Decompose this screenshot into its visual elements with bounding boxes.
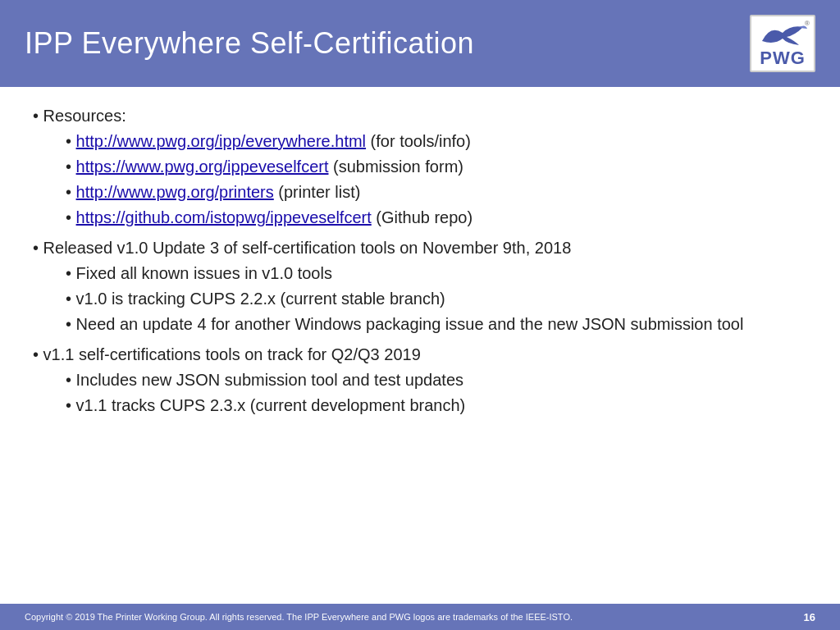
footer-copyright: Copyright © 2019 The Printer Working Gro…: [25, 612, 573, 622]
main-bullet-list: Resources: http://www.pwg.org/ipp/everyw…: [33, 103, 807, 418]
link-2[interactable]: https://www.pwg.org/ippeveselfcert: [76, 158, 329, 176]
resources-item: Resources: http://www.pwg.org/ipp/everyw…: [33, 103, 807, 231]
footer-page-number: 16: [804, 611, 815, 623]
link-item-2: https://www.pwg.org/ippeveselfcert (subm…: [66, 154, 807, 180]
released-sub-3: Need an update 4 for another Windows pac…: [66, 312, 807, 337]
released-item: Released v1.0 Update 3 of self-certifica…: [33, 235, 807, 337]
released-sub-1: Fixed all known issues in v1.0 tools: [66, 261, 807, 286]
link-1[interactable]: http://www.pwg.org/ipp/everywhere.html: [76, 132, 367, 150]
slide-content: Resources: http://www.pwg.org/ipp/everyw…: [0, 87, 840, 604]
pwg-logo: ® PWG: [750, 15, 815, 72]
logo-text: PWG: [760, 49, 806, 67]
released-sub-list: Fixed all known issues in v1.0 tools v1.…: [66, 261, 807, 337]
released-sub-2: v1.0 is tracking CUPS 2.2.x (current sta…: [66, 286, 807, 312]
logo-registered: ®: [805, 20, 810, 27]
slide: IPP Everywhere Self-Certification ® PWG …: [0, 0, 840, 630]
slide-title: IPP Everywhere Self-Certification: [25, 26, 474, 61]
released-sub-1-text: Fixed all known issues in v1.0 tools: [76, 264, 332, 282]
slide-header: IPP Everywhere Self-Certification ® PWG: [0, 0, 840, 87]
link-item-4: https://github.com/istopwg/ippeveselfcer…: [66, 205, 807, 231]
link-2-suffix: (submission form): [328, 158, 463, 176]
v11-sub-1: Includes new JSON submission tool and te…: [66, 368, 807, 393]
link-3[interactable]: http://www.pwg.org/printers: [76, 183, 274, 201]
link-4[interactable]: https://github.com/istopwg/ippeveselfcer…: [76, 208, 372, 226]
v11-sub-1-text: Includes new JSON submission tool and te…: [76, 371, 463, 389]
link-4-suffix: (Github repo): [372, 208, 472, 226]
v11-sub-2: v1.1 tracks CUPS 2.3.x (current developm…: [66, 393, 807, 418]
link-item-1: http://www.pwg.org/ipp/everywhere.html (…: [66, 129, 807, 154]
released-sub-3-text: Need an update 4 for another Windows pac…: [76, 315, 744, 333]
resources-label: Resources:: [43, 107, 126, 125]
v11-label: v1.1 self-certifications tools on track …: [43, 345, 421, 363]
v11-sub-2-text: v1.1 tracks CUPS 2.3.x (current developm…: [76, 396, 466, 414]
link-item-3: http://www.pwg.org/printers (printer lis…: [66, 180, 807, 205]
released-label: Released v1.0 Update 3 of self-certifica…: [43, 239, 572, 257]
slide-footer: Copyright © 2019 The Printer Working Gro…: [0, 604, 840, 630]
logo-bird-icon: [758, 21, 807, 49]
v11-item: v1.1 self-certifications tools on track …: [33, 342, 807, 418]
v11-sub-list: Includes new JSON submission tool and te…: [66, 368, 807, 418]
link-1-suffix: (for tools/info): [366, 132, 471, 150]
link-3-suffix: (printer list): [274, 183, 361, 201]
links-list: http://www.pwg.org/ipp/everywhere.html (…: [66, 129, 807, 231]
released-sub-2-text: v1.0 is tracking CUPS 2.2.x (current sta…: [76, 290, 445, 308]
